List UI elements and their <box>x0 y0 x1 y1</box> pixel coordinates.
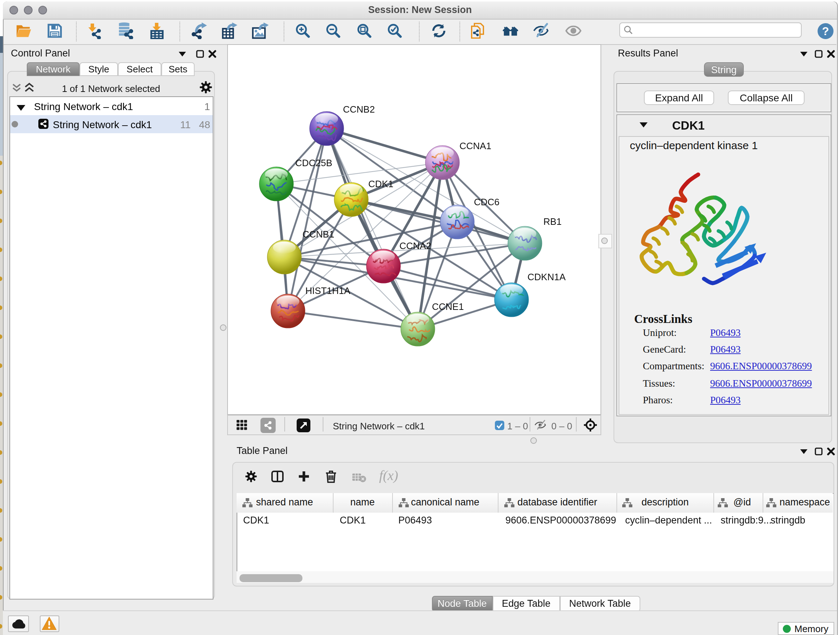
svg-text:CCNE1: CCNE1 <box>432 301 464 312</box>
svg-text:CCNA2: CCNA2 <box>399 240 431 251</box>
svg-text:CDC6: CDC6 <box>474 196 500 207</box>
svg-text:?: ? <box>822 24 829 37</box>
svg-text:CCNB1: CCNB1 <box>302 228 334 239</box>
svg-text:CCNA1: CCNA1 <box>459 140 491 151</box>
svg-text:CDK1: CDK1 <box>368 178 393 189</box>
svg-text:CDKN1A: CDKN1A <box>527 271 566 282</box>
svg-text:CCNB2: CCNB2 <box>343 103 375 114</box>
svg-text:CDC25B: CDC25B <box>295 157 332 168</box>
svg-text:RB1: RB1 <box>543 216 562 226</box>
svg-text:HIST1H1A: HIST1H1A <box>305 285 351 296</box>
